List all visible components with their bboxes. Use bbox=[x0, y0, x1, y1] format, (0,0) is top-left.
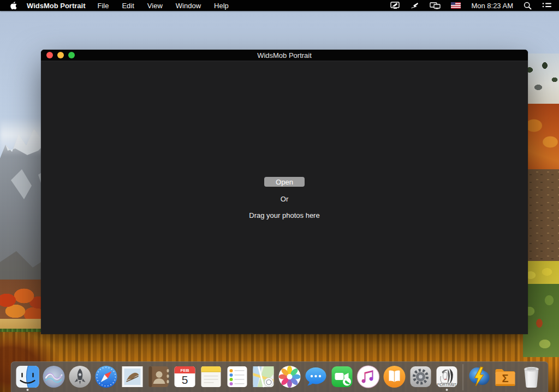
mail-icon bbox=[120, 364, 145, 389]
wallpaper-right-green-trees bbox=[523, 284, 559, 357]
dock-item-trash[interactable] bbox=[519, 364, 544, 391]
maps-icon bbox=[251, 364, 276, 389]
reminders-icon bbox=[225, 364, 250, 389]
menu-window[interactable]: Window bbox=[176, 2, 201, 10]
launchpad-icon bbox=[68, 364, 93, 389]
apple-menu[interactable] bbox=[10, 2, 17, 10]
running-indicator bbox=[27, 389, 29, 391]
menu-help[interactable]: Help bbox=[214, 2, 229, 10]
wallpaper-right-snow-ridge bbox=[523, 54, 559, 108]
us-flag-icon[interactable] bbox=[451, 2, 461, 9]
dock-item-notes[interactable] bbox=[199, 364, 224, 391]
open-button[interactable]: Open bbox=[264, 177, 305, 187]
widsmob-portrait-window: WidsMob Portrait Open Or Drag your photo… bbox=[41, 50, 528, 334]
calendar-icon: FEB 5 bbox=[173, 364, 198, 389]
drag-photos-hint: Drag your photos here bbox=[41, 211, 528, 219]
dual-displays-icon[interactable] bbox=[430, 2, 441, 9]
wallpaper-right-autumn-slope bbox=[523, 104, 559, 174]
itunes-icon bbox=[356, 364, 381, 389]
svg-text:5: 5 bbox=[182, 373, 188, 386]
dock-item-maps[interactable] bbox=[251, 364, 276, 391]
dock-item-photos[interactable] bbox=[277, 364, 302, 391]
menu-file[interactable]: File bbox=[98, 2, 109, 10]
active-app-name[interactable]: WidsMob Portrait bbox=[27, 2, 86, 10]
menu-bar: WidsMob Portrait File Edit View Window H… bbox=[0, 0, 559, 11]
messages-icon bbox=[304, 364, 329, 389]
spotlight-icon[interactable] bbox=[524, 2, 532, 10]
dock-item-mail[interactable] bbox=[120, 364, 145, 391]
facetime-icon bbox=[330, 364, 355, 389]
pointer-icon[interactable] bbox=[411, 2, 419, 9]
menu-edit[interactable]: Edit bbox=[122, 2, 134, 10]
siri-icon bbox=[41, 364, 67, 389]
dock-item-finder[interactable] bbox=[15, 364, 40, 391]
trash-icon bbox=[519, 364, 544, 389]
or-label: Or bbox=[41, 195, 528, 203]
menubar-clock[interactable]: Mon 8:23 AM bbox=[471, 2, 513, 10]
safari-icon bbox=[94, 364, 119, 389]
dock-item-launchpad[interactable] bbox=[68, 364, 93, 391]
sigma-folder-icon: Σ bbox=[493, 364, 518, 389]
books-icon bbox=[382, 364, 407, 389]
dock-item-reminders[interactable] bbox=[225, 364, 250, 391]
contacts-icon bbox=[146, 364, 171, 389]
window-titlebar[interactable]: WidsMob Portrait bbox=[41, 50, 528, 61]
dock-item-facetime[interactable] bbox=[330, 364, 355, 391]
dock-item-contacts[interactable] bbox=[146, 364, 171, 391]
apple-icon bbox=[10, 2, 17, 10]
photos-icon bbox=[277, 364, 302, 389]
dock-item-siri[interactable] bbox=[41, 364, 67, 391]
widsmob-portrait-icon: PORTRAIT bbox=[435, 364, 460, 389]
lightning-app-icon bbox=[467, 364, 492, 389]
desktop: WidsMob Portrait File Edit View Window H… bbox=[0, 0, 559, 392]
finder-icon bbox=[15, 364, 40, 389]
dock-item-safari[interactable] bbox=[94, 364, 119, 391]
dock-item-sigma-folder[interactable]: Σ bbox=[493, 364, 518, 391]
notes-icon bbox=[199, 364, 224, 389]
dock-item-lightning-app[interactable] bbox=[467, 364, 492, 391]
window-content: Open Or Drag your photos here bbox=[41, 61, 528, 334]
dock-separator bbox=[463, 364, 463, 390]
dock-item-messages[interactable] bbox=[304, 364, 329, 391]
wallpaper-right-rocky-slope bbox=[523, 169, 559, 266]
svg-text:Σ: Σ bbox=[502, 372, 508, 384]
display-flag-icon[interactable] bbox=[390, 2, 400, 9]
dock-item-books[interactable] bbox=[382, 364, 407, 391]
system-preferences-icon bbox=[408, 364, 433, 389]
dock-item-itunes[interactable] bbox=[356, 364, 381, 391]
dock-item-calendar[interactable]: FEB 5 bbox=[173, 364, 198, 391]
dock: FEB 5 bbox=[11, 361, 549, 392]
notification-center-icon[interactable] bbox=[542, 2, 551, 9]
running-indicator bbox=[446, 389, 448, 391]
portrait-badge-text: PORTRAIT bbox=[437, 383, 457, 387]
window-title: WidsMob Portrait bbox=[41, 51, 528, 60]
menu-view[interactable]: View bbox=[147, 2, 163, 10]
dock-item-system-preferences[interactable] bbox=[408, 364, 433, 391]
dock-item-widsmob-portrait[interactable]: PORTRAIT bbox=[435, 364, 460, 391]
svg-text:FEB: FEB bbox=[181, 368, 189, 373]
